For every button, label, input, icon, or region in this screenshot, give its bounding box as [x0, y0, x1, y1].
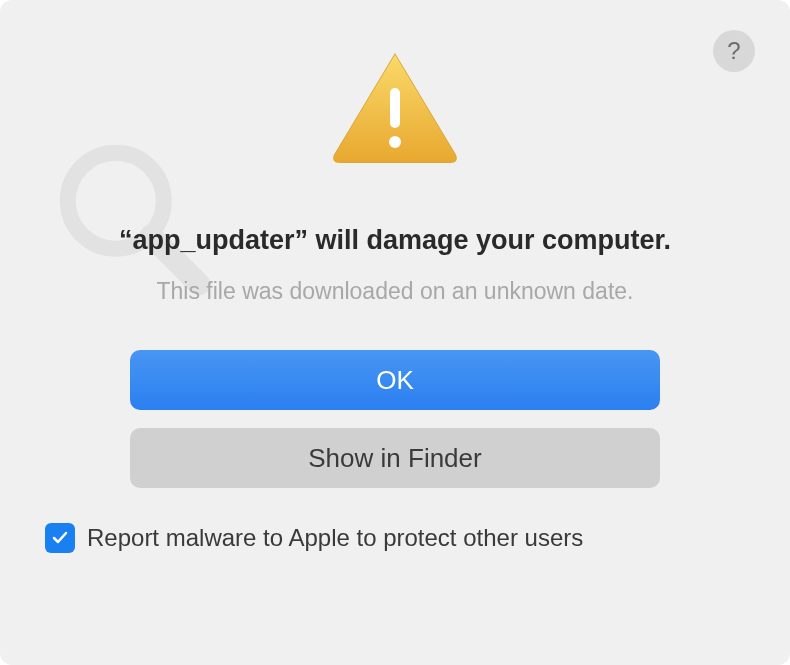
report-malware-checkbox-row: Report malware to Apple to protect other…: [45, 523, 583, 553]
svg-point-3: [389, 136, 401, 148]
svg-rect-2: [390, 88, 400, 128]
show-in-finder-button[interactable]: Show in Finder: [130, 428, 660, 488]
help-button[interactable]: ?: [713, 30, 755, 72]
warning-icon: [330, 50, 460, 165]
dialog-subtitle: This file was downloaded on an unknown d…: [157, 278, 634, 305]
checkmark-icon: [50, 528, 70, 548]
watermark-magnifier-icon: [55, 140, 215, 300]
ok-button[interactable]: OK: [130, 350, 660, 410]
dialog-title: “app_updater” will damage your computer.: [119, 225, 671, 256]
report-malware-label: Report malware to Apple to protect other…: [87, 524, 583, 552]
alert-dialog: ? “app_updater” will damage your compute…: [0, 0, 790, 665]
report-malware-checkbox[interactable]: [45, 523, 75, 553]
